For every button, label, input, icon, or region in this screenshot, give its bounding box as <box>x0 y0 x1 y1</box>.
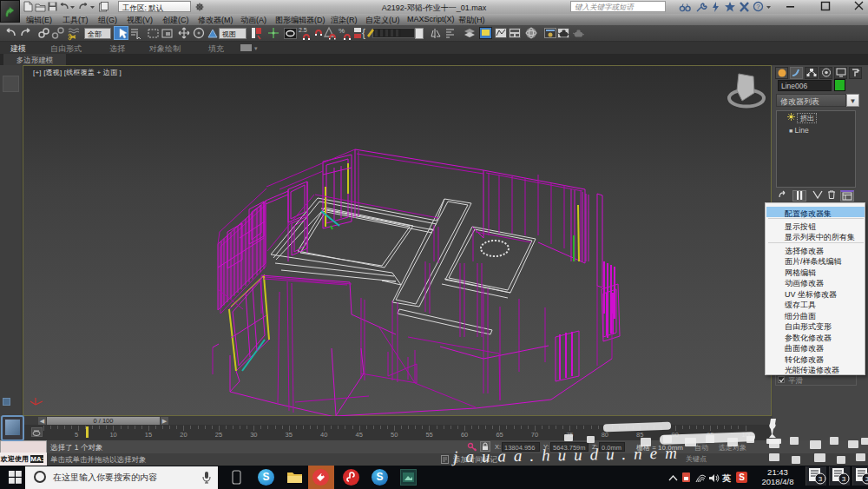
svg-text:{: { <box>362 27 365 39</box>
svg-text:3: 3 <box>819 475 823 483</box>
svg-text:2.5: 2.5 <box>299 27 307 33</box>
svg-text:3: 3 <box>842 475 846 483</box>
svg-text:%: % <box>339 27 345 35</box>
svg-text:?: ? <box>756 3 760 10</box>
